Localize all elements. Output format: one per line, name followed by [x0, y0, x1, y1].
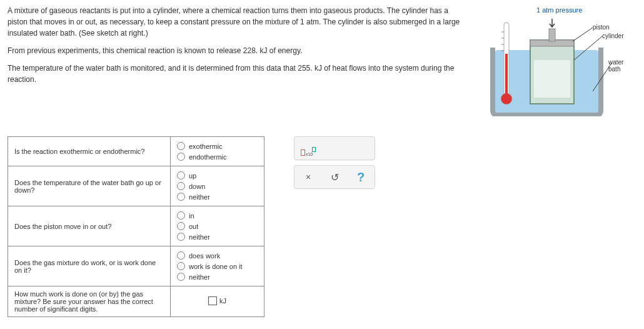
q3-option-in[interactable]: in: [177, 210, 258, 221]
q5-prompt: How much work is done on (or by) the gas…: [8, 286, 171, 317]
problem-paragraph-1: A mixture of gaseous reactants is put in…: [8, 5, 468, 39]
q4-answers: does work work is done on it neither: [171, 246, 264, 286]
q5-answer: kJ: [171, 286, 264, 317]
svg-rect-11: [505, 54, 508, 98]
exponent-box-icon: [312, 147, 316, 152]
q2-radio-down[interactable]: [177, 182, 185, 190]
clear-button[interactable]: ×: [301, 170, 316, 185]
q2-radio-up[interactable]: [177, 171, 185, 180]
q4-radio-neither[interactable]: [177, 273, 185, 281]
question-table: Is the reaction exothermic or endothermi…: [8, 136, 264, 317]
problem-paragraph-3: The temperature of the water bath is mon…: [8, 63, 468, 85]
q4-option-work-done[interactable]: work is done on it: [177, 261, 258, 271]
problem-paragraph-2: From previous experiments, this chemical…: [8, 45, 468, 56]
reset-button[interactable]: ↺: [327, 170, 342, 185]
apparatus-sketch: 1 atm pressure piston cylinder water bat…: [480, 5, 636, 118]
q3-option-neither[interactable]: neither: [177, 231, 258, 242]
q1-option-endothermic[interactable]: endothermic: [177, 151, 258, 162]
scientific-notation-button[interactable]: x10: [301, 141, 316, 156]
q3-option-out[interactable]: out: [177, 221, 258, 231]
problem-statement: A mixture of gaseous reactants is put in…: [8, 5, 480, 118]
q3-radio-in[interactable]: [177, 211, 185, 220]
q3-radio-out[interactable]: [177, 222, 185, 230]
q4-prompt: Does the gas mixture do work, or is work…: [8, 246, 171, 286]
q1-option-exothermic[interactable]: exothermic: [177, 141, 258, 151]
q3-radio-neither[interactable]: [177, 233, 185, 241]
x10-label: x10: [306, 152, 313, 156]
q4-radio-does-work[interactable]: [177, 251, 185, 260]
close-icon: ×: [306, 172, 311, 182]
q2-option-up[interactable]: up: [177, 170, 258, 181]
q1-answers: exothermic endothermic: [171, 137, 264, 166]
svg-line-6: [573, 28, 593, 41]
q2-option-neither[interactable]: neither: [177, 191, 258, 202]
q1-prompt: Is the reaction exothermic or endothermi…: [8, 137, 171, 166]
q5-unit: kJ: [219, 297, 226, 305]
q4-option-neither[interactable]: neither: [177, 271, 258, 282]
help-icon: ?: [357, 170, 365, 185]
q2-answers: up down neither: [171, 166, 264, 206]
q2-radio-neither[interactable]: [177, 193, 185, 201]
q5-value-input[interactable]: [208, 296, 217, 305]
apparatus-svg: [486, 16, 624, 116]
svg-rect-3: [549, 29, 555, 41]
q2-option-down[interactable]: down: [177, 181, 258, 191]
q3-prompt: Does the piston move in or out?: [8, 206, 171, 246]
q2-prompt: Does the temperature of the water bath g…: [8, 166, 171, 206]
box-icon: [301, 149, 305, 156]
help-button[interactable]: ?: [353, 170, 368, 185]
q4-option-does-work[interactable]: does work: [177, 250, 258, 261]
q1-radio-endothermic[interactable]: [177, 153, 185, 161]
q3-answers: in out neither: [171, 206, 264, 246]
q4-radio-work-done[interactable]: [177, 262, 185, 270]
label-pressure: 1 atm pressure: [536, 6, 582, 14]
svg-rect-4: [534, 60, 570, 98]
reset-icon: ↺: [331, 171, 339, 183]
answer-toolbar: x10 × ↺ ?: [294, 136, 375, 189]
q1-radio-exothermic[interactable]: [177, 142, 185, 150]
